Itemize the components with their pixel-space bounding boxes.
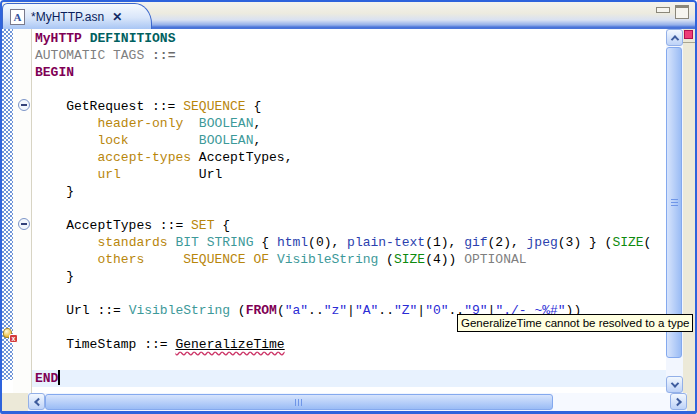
code-line: MyHTTP DEFINITIONS: [35, 30, 666, 47]
vertical-scrollbar[interactable]: [666, 29, 683, 393]
horizontal-scroll-track[interactable]: [553, 393, 670, 411]
code-line: [35, 353, 666, 370]
collapse-toggle-getrequest[interactable]: [18, 99, 30, 111]
scrollbar-right-gap: [687, 393, 695, 411]
editor-body: MyHTTP DEFINITIONSAUTOMATIC TAGS ::=BEGI…: [2, 29, 695, 393]
overview-ruler-separator: [683, 42, 695, 43]
scroll-left-button[interactable]: [28, 393, 45, 410]
code-line: [35, 81, 666, 98]
bottom-left-corner: [2, 393, 28, 411]
code-line: AUTOMATIC TAGS ::=: [35, 47, 666, 64]
code-line: accept-types AcceptTypes,: [35, 149, 666, 166]
scroll-right-icon: [673, 397, 681, 405]
code-line: header-only BOOLEAN,: [35, 115, 666, 132]
horizontal-scrollbar[interactable]: [28, 393, 695, 411]
code-line: lock BOOLEAN,: [35, 132, 666, 149]
horizontal-scroll-thumb[interactable]: [45, 394, 553, 410]
collapse-toggle-accepttypes[interactable]: [18, 218, 30, 230]
minimize-button[interactable]: [656, 5, 669, 20]
code-line: standards BIT STRING { html(0), plain-te…: [35, 234, 666, 251]
code-line: END: [32, 370, 666, 387]
scroll-left-icon: [34, 397, 42, 405]
error-x-badge: x: [9, 334, 18, 343]
code-line: }: [35, 183, 666, 200]
scroll-up-button[interactable]: [666, 29, 683, 46]
editor-window: A *MyHTTP.asn ✕ MyHTTP DEFINITIONSAUTOMA…: [0, 0, 697, 414]
close-icon[interactable]: ✕: [112, 10, 122, 24]
code-line: url Url: [35, 166, 666, 183]
text-caret: [58, 370, 60, 385]
code-line: others SEQUENCE OF VisibleString (SIZE(4…: [35, 251, 666, 268]
scroll-right-button[interactable]: [670, 393, 687, 410]
error-overview-badge[interactable]: [684, 30, 693, 39]
asn-file-icon: A: [10, 9, 25, 25]
overview-ruler[interactable]: [683, 29, 695, 393]
scroll-down-icon: [670, 379, 678, 387]
code-line: GetRequest ::= SEQUENCE {: [35, 98, 666, 115]
code-line: [35, 200, 666, 217]
bottom-bar: [2, 393, 695, 411]
code-line: AcceptTypes ::= SET {: [35, 217, 666, 234]
scroll-up-icon: [670, 35, 678, 43]
code-editor[interactable]: MyHTTP DEFINITIONSAUTOMATIC TAGS ::=BEGI…: [32, 29, 666, 393]
maximize-button[interactable]: [675, 5, 689, 19]
editor-tab-myhttp[interactable]: A *MyHTTP.asn ✕: [2, 3, 152, 29]
code-line: TimeStamp ::= GeneralizeTime: [35, 336, 666, 353]
thumb-grip-icon: [671, 199, 678, 207]
thumb-grip-icon: [295, 399, 303, 406]
scroll-down-button[interactable]: [666, 376, 683, 393]
code-line: [35, 285, 666, 302]
tab-title: *MyHTTP.asn: [31, 10, 104, 24]
error-quickfix-marker[interactable]: x: [3, 328, 18, 343]
vertical-scroll-thumb[interactable]: [666, 47, 682, 358]
code-line: }: [35, 268, 666, 285]
editor-tab-bar: A *MyHTTP.asn ✕: [2, 2, 695, 29]
unresolved-type-reference: GeneralizeTime: [175, 337, 284, 352]
error-tooltip: GeneralizeTime cannot be resolved to a t…: [457, 314, 693, 332]
code-line: BEGIN: [35, 64, 666, 81]
